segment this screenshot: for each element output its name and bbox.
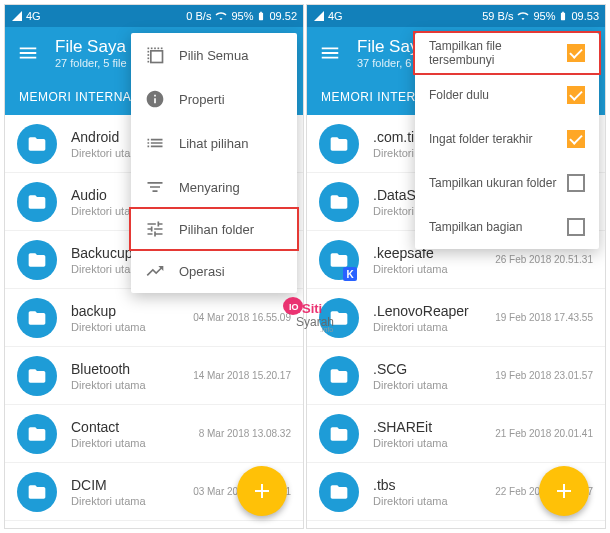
folder-icon	[17, 356, 57, 396]
screen-right: 4G 59 B/s 95% 09.53 File Saya 37 folder,…	[306, 4, 606, 529]
folder-icon	[319, 356, 359, 396]
battery-icon	[256, 10, 266, 22]
hamburger-icon[interactable]	[17, 42, 39, 64]
option-label: Folder dulu	[429, 88, 567, 102]
folder-sub: Direktori utama	[71, 379, 193, 391]
folder-sub: Direktori utama	[373, 495, 495, 507]
signal-icon	[11, 10, 23, 22]
folder-date: 04 Mar 2018 16.55.09	[193, 312, 291, 323]
menu-label: Properti	[179, 92, 225, 107]
option-item[interactable]: Tampilkan bagian	[415, 205, 599, 249]
folder-icon	[319, 298, 359, 338]
menu-item-tune[interactable]: Pilihan folder	[129, 207, 299, 251]
option-item[interactable]: Ingat folder terakhir	[415, 117, 599, 161]
folder-name: .LenovoReaper	[373, 303, 495, 319]
folder-icon	[319, 124, 359, 164]
select-icon	[145, 45, 165, 65]
folder-icon	[17, 124, 57, 164]
svg-rect-4	[161, 48, 163, 50]
folder-row[interactable]: backupDirektori utama04 Mar 2018 16.55.0…	[5, 289, 303, 347]
folder-name: DCIM	[71, 477, 193, 493]
folder-date: 26 Feb 2018 20.51.31	[495, 254, 593, 265]
menu-label: Operasi	[179, 264, 225, 279]
svg-rect-6	[148, 54, 150, 56]
folder-row[interactable]: .LenovoReaperDirektori utama19 Feb 2018 …	[307, 289, 605, 347]
hamburger-icon[interactable]	[319, 42, 341, 64]
svg-rect-8	[148, 61, 150, 63]
screen-left: 4G 0 B/s 95% 09.52 File Saya 27 folder, …	[4, 4, 304, 529]
folder-row[interactable]: ContactDirektori utama8 Mar 2018 13.08.3…	[5, 405, 303, 463]
checkbox[interactable]	[567, 130, 585, 148]
folder-name: .SCG	[373, 361, 495, 377]
menu-item-select[interactable]: Pilih Semua	[131, 33, 297, 77]
folder-options-menu: Tampilkan file tersembunyiFolder duluIng…	[415, 33, 599, 249]
svg-rect-9	[151, 51, 163, 63]
menu-label: Menyaring	[179, 180, 240, 195]
folder-icon	[17, 240, 57, 280]
checkbox[interactable]	[567, 86, 585, 104]
option-label: Tampilkan ukuran folder	[429, 176, 567, 190]
folder-sub: Direktori utama	[373, 379, 495, 391]
folder-date: 19 Feb 2018 23.01.57	[495, 370, 593, 381]
network-label: 4G	[328, 10, 343, 22]
folder-name: .SHAREit	[373, 419, 495, 435]
clock-label: 09.52	[269, 10, 297, 22]
folder-date: 14 Mar 2018 15.20.17	[193, 370, 291, 381]
option-item[interactable]: Tampilkan ukuran folder	[415, 161, 599, 205]
folder-icon	[319, 414, 359, 454]
fab-add-button[interactable]	[237, 466, 287, 516]
menu-item-filter[interactable]: Menyaring	[131, 165, 297, 209]
menu-item-trend[interactable]: Operasi	[131, 249, 297, 293]
tune-icon	[145, 219, 165, 239]
folder-name: .tbs	[373, 477, 495, 493]
menu-label: Lihat pilihan	[179, 136, 248, 151]
folder-sub: Direktori utama	[373, 437, 495, 449]
folder-row[interactable]: BluetoothDirektori utama14 Mar 2018 15.2…	[5, 347, 303, 405]
folder-row[interactable]: .thumbnailsDirektori utama21 Mar 2018 09…	[307, 521, 605, 529]
svg-rect-1	[151, 48, 153, 50]
list-icon	[145, 133, 165, 153]
folder-date: 19 Feb 2018 17.43.55	[495, 312, 593, 323]
overflow-menu: Pilih SemuaPropertiLihat pilihanMenyarin…	[131, 33, 297, 293]
folder-date: 8 Mar 2018 13.08.32	[199, 428, 291, 439]
checkbox[interactable]	[567, 174, 585, 192]
checkbox[interactable]	[567, 44, 585, 62]
battery-label: 95%	[231, 10, 253, 22]
plus-icon	[552, 479, 576, 503]
svg-rect-3	[158, 48, 160, 50]
folder-row[interactable]: DocumentDirektori utama08 Mar 2018 14.39…	[5, 521, 303, 529]
folder-icon	[319, 182, 359, 222]
option-label: Tampilkan file tersembunyi	[429, 39, 567, 67]
fab-add-button[interactable]	[539, 466, 589, 516]
option-item[interactable]: Folder dulu	[415, 73, 599, 117]
wifi-icon	[516, 10, 530, 22]
trend-icon	[145, 261, 165, 281]
folder-icon	[17, 472, 57, 512]
folder-name: Bluetooth	[71, 361, 193, 377]
folder-icon	[17, 182, 57, 222]
menu-item-info[interactable]: Properti	[131, 77, 297, 121]
status-bar: 4G 59 B/s 95% 09.53	[307, 5, 605, 27]
folder-icon	[17, 414, 57, 454]
speed-label: 0 B/s	[186, 10, 211, 22]
folder-sub: Direktori utama	[71, 321, 193, 333]
info-icon	[145, 89, 165, 109]
option-label: Ingat folder terakhir	[429, 132, 567, 146]
clock-label: 09.53	[571, 10, 599, 22]
folder-sub: Direktori utama	[373, 263, 495, 275]
option-item[interactable]: Tampilkan file tersembunyi	[413, 31, 601, 75]
folder-name: Contact	[71, 419, 199, 435]
folder-icon	[319, 240, 359, 280]
speed-label: 59 B/s	[482, 10, 513, 22]
folder-icon	[17, 298, 57, 338]
menu-item-list[interactable]: Lihat pilihan	[131, 121, 297, 165]
folder-row[interactable]: .SCGDirektori utama19 Feb 2018 23.01.57	[307, 347, 605, 405]
folder-sub: Direktori utama	[71, 495, 193, 507]
option-label: Tampilkan bagian	[429, 220, 567, 234]
menu-label: Pilih Semua	[179, 48, 248, 63]
network-label: 4G	[26, 10, 41, 22]
checkbox[interactable]	[567, 218, 585, 236]
folder-row[interactable]: .SHAREitDirektori utama21 Feb 2018 20.01…	[307, 405, 605, 463]
plus-icon	[250, 479, 274, 503]
folder-date: 21 Feb 2018 20.01.41	[495, 428, 593, 439]
